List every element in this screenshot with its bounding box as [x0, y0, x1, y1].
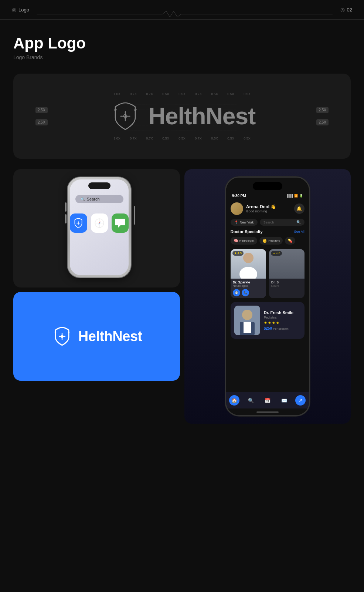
doctor-2-rating: ★ 4.0: [271, 251, 282, 256]
neurologist-icon: 🧠: [234, 239, 238, 243]
featured-price-label: Per session: [273, 327, 289, 330]
battery-icon: 🔋: [299, 194, 303, 198]
brand-name-text: HelthNest: [149, 102, 256, 130]
corner-marker-bl: 2.5X: [35, 119, 48, 125]
search-pill[interactable]: Search 🔍: [260, 219, 305, 226]
main-content: App Logo Logo Brands 1.0X 0.7X 0.7X 0.5X…: [0, 20, 364, 438]
phone-bottom-nav: 🏠 🔍 📅 ✉️ ↗: [226, 392, 309, 408]
featured-price-row: $250 Per session: [264, 326, 301, 330]
app-screenshot-panel: 9:30 PM ▐▐▐ 📶 🔋: [184, 169, 351, 424]
location-text: New York: [240, 221, 254, 224]
svg-point-21: [120, 116, 122, 117]
see-all-link[interactable]: See All: [294, 230, 305, 233]
app-header-row: Arena Deol 👋 Good morning 🔔: [231, 202, 305, 215]
svg-point-36: [243, 253, 254, 263]
specialty-chip-neurologist[interactable]: 🧠 Neurologist: [231, 237, 257, 245]
blue-brand-name: HelthNest: [78, 329, 142, 344]
doctor-1-chat-icon[interactable]: 💬: [233, 289, 240, 296]
search-location-row: 📍 New York Search 🔍: [231, 219, 305, 226]
star-4: ★: [276, 321, 279, 325]
doctor-cards-row: ★ 4.5: [231, 249, 305, 298]
doctor-card-2-img: ★ 4.0: [269, 249, 305, 279]
scale-top-5: 0.5X: [174, 92, 190, 96]
doctor-1-specialty: Neurologist: [233, 284, 264, 287]
notification-button[interactable]: 🔔: [294, 204, 305, 214]
location-pill[interactable]: 📍 New York: [231, 219, 258, 226]
scale-top-3: 0.7X: [142, 92, 158, 96]
user-greeting-text: Good morning: [246, 209, 276, 213]
doctor-card-1-img: ★ 4.5: [231, 249, 266, 279]
corner-marker-br: 2.5X: [316, 119, 329, 125]
featured-doctor-name: Dr. Fresh Smile: [264, 310, 301, 315]
status-time: 9:30 PM: [232, 194, 246, 198]
specialty-section-title: Doctor Specialty: [231, 229, 263, 234]
specialty-chips-row: 🧠 Neurologist 👶 Pediatric 💊: [231, 237, 305, 245]
page-subtitle: Logo Brands: [13, 54, 351, 60]
phone-status-bar: 9:30 PM ▐▐▐ 📶 🔋: [226, 190, 309, 199]
user-text-block: Arena Deol 👋 Good morning: [246, 204, 276, 213]
header-page-number: ◎ 02: [340, 7, 352, 13]
page-header: ◎ Logo ◎ 02: [0, 0, 364, 20]
app-user-info: Arena Deol 👋 Good morning: [231, 202, 276, 215]
scale-top-1: 1.0X: [109, 92, 125, 96]
doctor-1-rating: ★ 4.5: [232, 251, 244, 256]
specialty-chip-1-label: Neurologist: [239, 239, 254, 242]
logo-grid-card: 1.0X 0.7X 0.7X 0.5X 0.5X 0.7X 0.5X 0.5X …: [13, 74, 351, 159]
user-avatar: [231, 202, 243, 215]
featured-stars-row: ★ ★ ★ ★: [264, 321, 301, 325]
app-icon-messages[interactable]: [112, 213, 129, 233]
nav-home-icon[interactable]: 🏠: [229, 395, 239, 406]
page-title: App Logo: [13, 34, 351, 52]
blue-brand-panel: HelthNest: [13, 292, 180, 381]
scale-top-4: 0.5X: [158, 92, 174, 96]
scale-top-6: 0.7X: [190, 92, 207, 96]
iphone-shell: 🔍 Search: [67, 176, 132, 278]
scale-bot-6: 0.7X: [190, 137, 207, 140]
scale-bot-4: 0.5X: [158, 137, 174, 140]
specialty-chip-more[interactable]: 💊: [285, 237, 295, 245]
specialty-chip-pediatric[interactable]: 👶 Pediatric: [259, 237, 283, 245]
pediatric-icon: 👶: [262, 239, 267, 243]
doctor-1-phone-icon[interactable]: 📞: [242, 289, 249, 296]
nav-arrow-icon[interactable]: ↗: [295, 395, 306, 406]
app-icons-row: [70, 213, 129, 233]
scale-bot-8: 0.5X: [223, 137, 239, 140]
svg-point-18: [125, 116, 126, 117]
nav-message-icon[interactable]: ✉️: [279, 395, 289, 406]
phone-content: Arena Deol 👋 Good morning 🔔 📍 New York: [226, 199, 309, 392]
svg-point-37: [239, 267, 257, 279]
svg-point-19: [125, 112, 126, 113]
scale-top-2: 0.7X: [125, 92, 142, 96]
blue-panel-icon: [51, 325, 73, 347]
scale-bot-2: 0.7X: [125, 137, 142, 140]
specialty-section-header: Doctor Specialty See All: [231, 229, 305, 234]
header-logo-text: Logo: [18, 7, 29, 13]
nav-search-icon[interactable]: 🔍: [246, 395, 256, 406]
svg-point-39: [242, 310, 252, 320]
wifi-icon: 📶: [294, 194, 298, 198]
specialty-chip-2-label: Pediatric: [268, 239, 280, 242]
doctor-card-1[interactable]: ★ 4.5: [231, 249, 266, 298]
doctor-card-2-info: Dr. S Neuro: [269, 279, 305, 289]
scale-bot-3: 0.7X: [142, 137, 158, 140]
iphone-search-bar[interactable]: 🔍 Search: [70, 195, 129, 203]
user-name-text: Arena Deol 👋: [246, 204, 276, 209]
app-icon-safari[interactable]: [91, 213, 108, 233]
app-icon-helthnest[interactable]: [70, 213, 87, 233]
featured-doctor-specialty: Pediatric: [264, 316, 301, 319]
svg-point-22: [129, 116, 130, 117]
brand-icon: [109, 100, 142, 133]
status-bar-area: 9:30 PM ▐▐▐ 📶 🔋: [226, 178, 309, 199]
location-pin-icon: 📍: [234, 221, 238, 224]
iphone-search-text: Search: [87, 197, 100, 201]
featured-doctor-card[interactable]: Dr. Fresh Smile Pediatric ★ ★ ★ ★ $250 P…: [231, 302, 305, 339]
status-icons: ▐▐▐ 📶 🔋: [286, 194, 303, 198]
page-number-text: 02: [347, 7, 352, 13]
svg-rect-41: [244, 322, 251, 333]
left-panels: 🔍 Search: [13, 169, 180, 424]
svg-point-20: [125, 120, 126, 121]
iphone-home-panel: 🔍 Search: [13, 169, 180, 287]
doctor-card-2[interactable]: ★ 4.0 Dr. S Neuro: [269, 249, 305, 298]
nav-calendar-icon[interactable]: 📅: [262, 395, 273, 406]
doctor-card-1-info: Dr. Sparkle Neurologist 💬 📞: [231, 279, 266, 298]
